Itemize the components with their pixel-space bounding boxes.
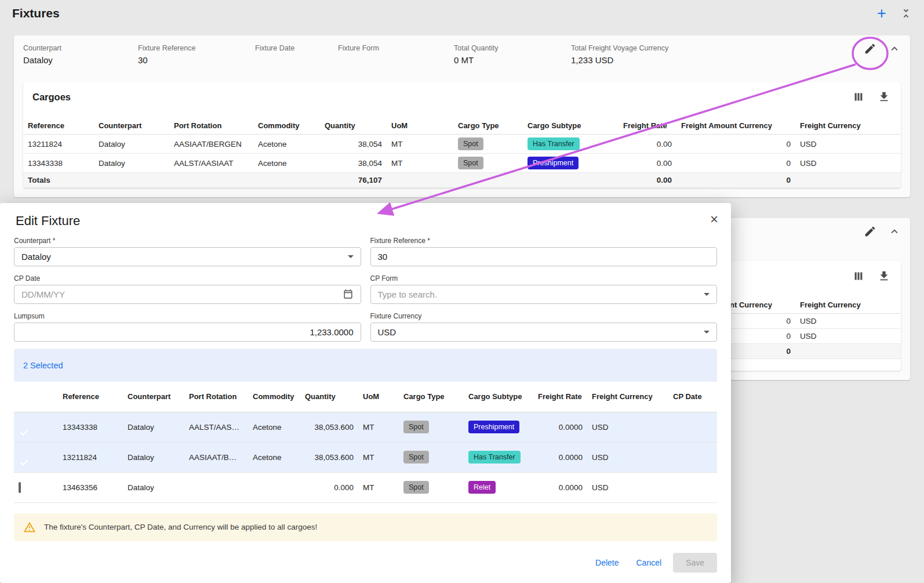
- cell-freight-rate: 0.0000: [533, 472, 587, 502]
- col-port-rotation: Port Rotation: [169, 117, 253, 135]
- fixture-summary: Counterpart Dataloy Fixture Reference 30…: [14, 35, 910, 66]
- cargo-subtype-badge: Preshipment: [468, 421, 519, 433]
- cp-date-input[interactable]: DD/MM/YY: [14, 285, 361, 304]
- add-fixture-button[interactable]: +: [874, 6, 889, 21]
- col-cargo-subtype: Cargo Subtype: [523, 117, 619, 135]
- cp-date-field-group: CP Date DD/MM/YY: [14, 266, 361, 304]
- chevron-down-icon: [348, 255, 354, 258]
- dialog-actions: Delete Cancel Save: [590, 553, 717, 573]
- cell-quantity: 38,053.600: [300, 442, 358, 472]
- cell-reference: 13343338: [23, 154, 94, 173]
- row-checkbox-unchecked[interactable]: [19, 482, 21, 493]
- fixture-card: Counterpart Dataloy Fixture Reference 30…: [14, 35, 910, 197]
- cargoes-header-row: Reference Counterpart Port Rotation Comm…: [23, 117, 901, 135]
- summary-field-counterpart: Counterpart Dataloy: [23, 44, 138, 66]
- fixture-card-actions: [863, 41, 902, 56]
- counterpart-value: Dataloy: [21, 252, 348, 262]
- fixture-currency-select[interactable]: USD: [370, 323, 718, 342]
- columns-icon: [852, 270, 865, 283]
- download-button[interactable]: [876, 269, 892, 284]
- cell-uom: MT: [387, 135, 453, 154]
- cell-counterpart: Dataloy: [123, 442, 184, 472]
- fixture-currency-value: USD: [378, 327, 704, 337]
- cell-freight-rate: 0.0000: [533, 442, 587, 472]
- cell-quantity: 38,054: [320, 135, 387, 154]
- cell-commodity: Acetone: [248, 442, 300, 472]
- field-label: Fixture Reference: [138, 44, 255, 52]
- cell-freight-currency: USD: [795, 154, 901, 173]
- col-commodity: Commodity: [253, 117, 320, 135]
- columns-button[interactable]: [851, 269, 866, 284]
- delete-button[interactable]: Delete: [590, 553, 624, 572]
- col-freight-currency: Freight Currency: [587, 382, 668, 412]
- close-button[interactable]: ×: [705, 211, 723, 228]
- cell-freight-currency: USD: [587, 412, 668, 442]
- field-label: Total Quantity: [454, 44, 571, 52]
- cell-cp-date: [668, 472, 717, 502]
- col-cargo-subtype: Cargo Subtype: [464, 382, 533, 412]
- edit-fixture-button[interactable]: [863, 41, 878, 56]
- cargo-selection-row[interactable]: 13211824 Dataloy AASIAAT/B… Acetone 38,0…: [14, 442, 717, 472]
- field-label: Fixture Form: [338, 44, 454, 52]
- fixture-reference-input[interactable]: 30: [370, 247, 718, 266]
- download-icon: [878, 270, 890, 283]
- cell-cargo-type: Spot: [399, 412, 464, 442]
- cell-checkbox: [14, 442, 58, 472]
- cargo-type-badge: Spot: [403, 421, 429, 433]
- save-button[interactable]: Save: [673, 553, 717, 573]
- collapse-card-button[interactable]: [887, 41, 902, 56]
- col-freight-amount-currency: Freight Amount Currency: [676, 117, 795, 135]
- cell-freight-amount-currency: 0: [676, 135, 795, 154]
- cell-reference: 13211824: [58, 442, 123, 472]
- cargo-row[interactable]: 13343338 Dataloy AALST/AASIAAT Acetone 3…: [23, 154, 901, 173]
- cell-freight-currency: USD: [795, 329, 901, 344]
- cargo-type-badge: Spot: [403, 451, 429, 463]
- warning-banner: The fixture's Counterpart, CP Date, and …: [14, 513, 717, 541]
- cell-uom: MT: [358, 472, 399, 502]
- field-value: [255, 55, 338, 66]
- cell-port-rotation: AASIAAT/B…: [184, 442, 248, 472]
- cp-form-placeholder: Type to search.: [378, 289, 704, 299]
- col-uom: UoM: [358, 382, 399, 412]
- cell-cargo-type: Spot: [399, 442, 464, 472]
- cancel-button[interactable]: Cancel: [630, 553, 667, 572]
- field-value: Dataloy: [23, 55, 138, 66]
- cargoes-title: Cargoes: [32, 89, 71, 104]
- col-freight-currency: Freight Currency: [795, 117, 901, 135]
- summary-field-total-freight: Total Freight Voyage Currency 1,233 USD: [571, 44, 901, 66]
- cell-quantity: 38,054: [320, 154, 387, 173]
- cargo-selection-row[interactable]: 13343338 Dataloy AALST/AAS… Acetone 38,0…: [14, 412, 717, 442]
- collapse-all-button[interactable]: [898, 6, 914, 21]
- col-uom: UoM: [387, 117, 453, 135]
- summary-field-fixture-date: Fixture Date: [255, 44, 338, 66]
- counterpart-select[interactable]: Dataloy: [14, 247, 361, 266]
- download-icon: [878, 90, 890, 103]
- cargo-selection-row[interactable]: 13463356 Dataloy 0.000 MT Spot Relet 0.0…: [14, 472, 717, 502]
- columns-button[interactable]: [851, 89, 866, 104]
- warning-icon: [23, 521, 36, 534]
- cargo-row[interactable]: 13211824 Dataloy AASIAAT/BERGEN Acetone …: [23, 135, 901, 154]
- fixture-reference-value: 30: [378, 252, 710, 262]
- col-port-rotation: Port Rotation: [184, 382, 248, 412]
- field-value: 30: [138, 55, 255, 66]
- edit-fixture-dialog: Edit Fixture × Counterpart * Dataloy Fix…: [0, 203, 731, 583]
- cell-commodity: Acetone: [253, 135, 320, 154]
- totals-quantity: 76,107: [320, 173, 387, 188]
- edit-fixture-button[interactable]: [863, 224, 878, 239]
- cell-cp-date: [668, 442, 717, 472]
- cell-commodity: [248, 472, 300, 502]
- calendar-icon[interactable]: [343, 289, 354, 300]
- selection-header-row: Reference Counterpart Port Rotation Comm…: [14, 382, 717, 412]
- lumpsum-input[interactable]: 1,233.0000: [14, 323, 361, 342]
- cargo-subtype-badge: Relet: [468, 481, 496, 494]
- dialog-title: Edit Fixture: [16, 213, 731, 229]
- cargo-subtype-badge: Has Transfer: [468, 451, 521, 463]
- totals-freight-amount-currency: 0: [676, 173, 795, 188]
- chevron-up-icon: [888, 225, 901, 238]
- fixture-currency-field-group: Fixture Currency USD: [370, 304, 718, 342]
- cell-counterpart: Dataloy: [94, 135, 169, 154]
- collapse-card-button[interactable]: [887, 224, 902, 239]
- cargo-selection-table: Reference Counterpart Port Rotation Comm…: [14, 382, 717, 503]
- download-button[interactable]: [876, 89, 892, 104]
- cp-form-search-input[interactable]: Type to search.: [370, 285, 718, 304]
